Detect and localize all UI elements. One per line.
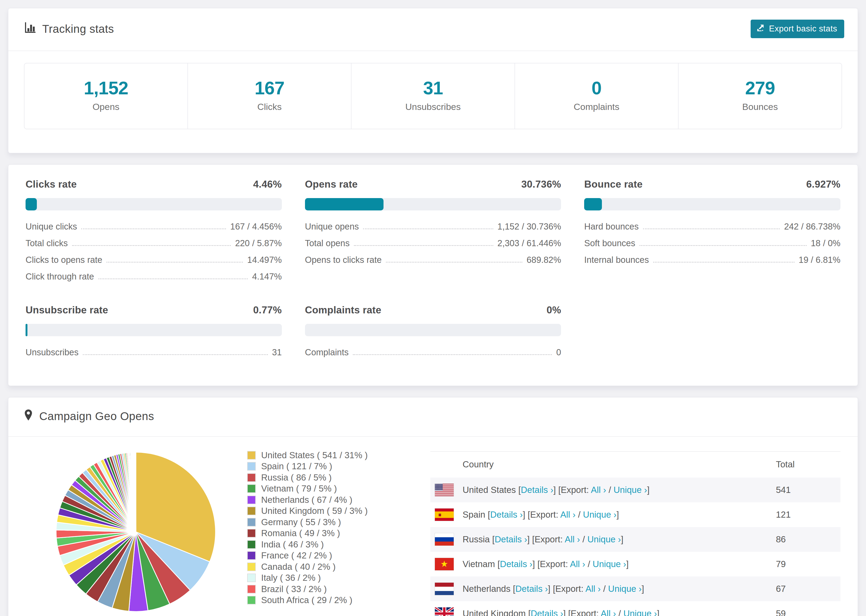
rate-stat-row: Soft bounces18 / 0%: [584, 235, 841, 252]
export-unique-link-es[interactable]: Unique ›: [583, 509, 617, 520]
rate-stat-label: Opens to clicks rate: [305, 255, 382, 265]
legend-item-united-kingdom: United Kingdom ( 59 / 3% ): [247, 506, 368, 517]
legend-label: Netherlands ( 67 / 4% ): [261, 495, 352, 505]
legend-label: Romania ( 49 / 3% ): [261, 528, 340, 538]
rate-stat-row: Clicks to opens rate14.497%: [25, 252, 282, 269]
rates-card: Clicks rate4.46%Unique clicks167 / 4.456…: [8, 165, 858, 386]
legend-label: United States ( 541 / 31% ): [261, 450, 368, 460]
dotted-leader: [643, 228, 780, 229]
export-all-link-gb[interactable]: All ›: [601, 608, 616, 616]
legend-item-india: India ( 46 / 3% ): [247, 539, 368, 550]
rate-block-complaints-rate: Complaints rate0%Complaints0: [305, 305, 561, 361]
dotted-leader: [81, 228, 226, 229]
geo-table-row-vn: Vietnam [Details ›] [Export: All › / Uni…: [430, 552, 841, 577]
rate-progress-fill: [305, 198, 384, 211]
rate-progress-fill: [584, 198, 602, 211]
geo-table-header-row: Country Total: [430, 451, 841, 478]
legend-label: Spain ( 121 / 7% ): [261, 461, 332, 471]
legend-swatch: [247, 563, 256, 571]
rate-block-value: 30.736%: [521, 179, 561, 190]
details-link-ru[interactable]: Details ›: [494, 534, 527, 544]
export-all-link-nl[interactable]: All ›: [586, 584, 601, 594]
rate-stat-label: Unique clicks: [25, 222, 77, 232]
tracking-stats-title-text: Tracking stats: [42, 23, 114, 36]
bar-chart-icon: [24, 22, 36, 36]
flag-ru-icon: [430, 527, 463, 552]
export-all-link-es[interactable]: All ›: [560, 509, 576, 520]
stat-value: 1,152: [24, 77, 187, 98]
map-pin-icon: [24, 409, 33, 424]
rate-stat-value: 2,303 / 61.446%: [498, 238, 561, 248]
legend-label: France ( 42 / 2% ): [261, 550, 332, 561]
legend-swatch: [247, 484, 256, 493]
legend-item-netherlands: Netherlands ( 67 / 4% ): [247, 494, 368, 506]
legend-item-france: France ( 42 / 2% ): [247, 550, 368, 561]
flag-vn-icon: [430, 552, 463, 577]
rate-stat-row: Unsubscribes31: [25, 344, 282, 361]
rate-stat-value: 18 / 0%: [811, 238, 841, 248]
rate-block-value: 0.77%: [253, 305, 282, 316]
export-all-link-vn[interactable]: All ›: [570, 559, 585, 569]
details-link-es[interactable]: Details ›: [490, 509, 523, 520]
geo-opens-table: Country Total United States [Details ›] …: [430, 451, 841, 616]
details-link-nl[interactable]: Details ›: [515, 584, 548, 594]
rate-block-value: 6.927%: [806, 179, 841, 190]
stat-label: Bounces: [679, 102, 842, 112]
dotted-leader: [386, 262, 522, 262]
legend-label: Italy ( 36 / 2% ): [261, 573, 321, 583]
rate-stat-label: Total opens: [305, 238, 350, 248]
export-unique-link-ru[interactable]: Unique ›: [587, 534, 621, 544]
export-basic-stats-button[interactable]: Export basic stats: [751, 20, 844, 38]
dotted-leader: [83, 354, 268, 355]
dotted-leader: [363, 228, 493, 229]
legend-item-spain: Spain ( 121 / 7% ): [247, 461, 368, 472]
legend-item-brazil: Brazil ( 33 / 2% ): [247, 583, 368, 595]
rate-stat-label: Internal bounces: [584, 255, 649, 265]
geo-card-title: Campaign Geo Opens: [24, 409, 154, 424]
geo-body: United States ( 541 / 31% )Spain ( 121 /…: [8, 437, 858, 616]
geo-card-title-text: Campaign Geo Opens: [39, 410, 154, 423]
legend-item-germany: Germany ( 55 / 3% ): [247, 517, 368, 528]
flag-gb-icon: [430, 601, 463, 616]
rate-stat-value: 14.497%: [247, 255, 282, 265]
rate-progress-fill: [25, 198, 37, 211]
geo-table-row-gb: United Kingdom [Details ›] [Export: All …: [430, 601, 841, 616]
total-cell: 59: [776, 601, 841, 616]
legend-item-romania: Romania ( 49 / 3% ): [247, 528, 368, 539]
rate-block-value: 0%: [546, 305, 561, 316]
rate-block-value: 4.46%: [253, 179, 282, 190]
country-cell: United States [Details ›] [Export: All ›…: [463, 478, 776, 502]
stat-cell-opens: 1,152Opens: [24, 63, 187, 129]
summary-stats-row: 1,152Opens167Clicks31Unsubscribes0Compla…: [24, 63, 842, 129]
export-unique-link-vn[interactable]: Unique ›: [593, 559, 627, 569]
rate-stat-row: Total opens2,303 / 61.446%: [305, 235, 561, 252]
rate-stat-label: Unsubscribes: [25, 347, 79, 357]
export-unique-link-nl[interactable]: Unique ›: [608, 584, 642, 594]
rate-stat-label: Soft bounces: [584, 238, 635, 248]
legend-swatch: [247, 540, 256, 549]
rate-stat-row: Hard bounces242 / 86.738%: [584, 218, 841, 235]
flag-us-icon: [430, 478, 463, 502]
export-unique-link-us[interactable]: Unique ›: [614, 485, 647, 495]
rate-stat-label: Complaints: [305, 347, 349, 357]
export-all-link-ru[interactable]: All ›: [565, 534, 580, 544]
tracking-stats-header: Tracking stats Export basic stats: [8, 8, 858, 51]
legend-swatch: [247, 596, 256, 605]
rate-stat-value: 0: [556, 347, 561, 357]
dotted-leader: [107, 262, 243, 262]
legend-label: Russia ( 86 / 5% ): [261, 473, 332, 483]
details-link-us[interactable]: Details ›: [521, 485, 553, 495]
rate-block-title: Unsubscribe rate: [25, 305, 108, 316]
details-link-vn[interactable]: Details ›: [500, 559, 532, 569]
legend-item-italy: Italy ( 36 / 2% ): [247, 572, 368, 584]
export-all-link-us[interactable]: All ›: [591, 485, 606, 495]
export-unique-link-gb[interactable]: Unique ›: [624, 608, 657, 616]
details-link-gb[interactable]: Details ›: [531, 608, 563, 616]
dotted-leader: [653, 262, 794, 262]
rate-progress-bar: [25, 324, 282, 336]
rate-stat-value: 4.147%: [252, 272, 282, 282]
rate-block-title: Clicks rate: [25, 179, 77, 190]
legend-item-south-africa: South Africa ( 29 / 2% ): [247, 595, 368, 606]
legend-swatch: [247, 507, 256, 515]
export-icon: [757, 24, 765, 34]
